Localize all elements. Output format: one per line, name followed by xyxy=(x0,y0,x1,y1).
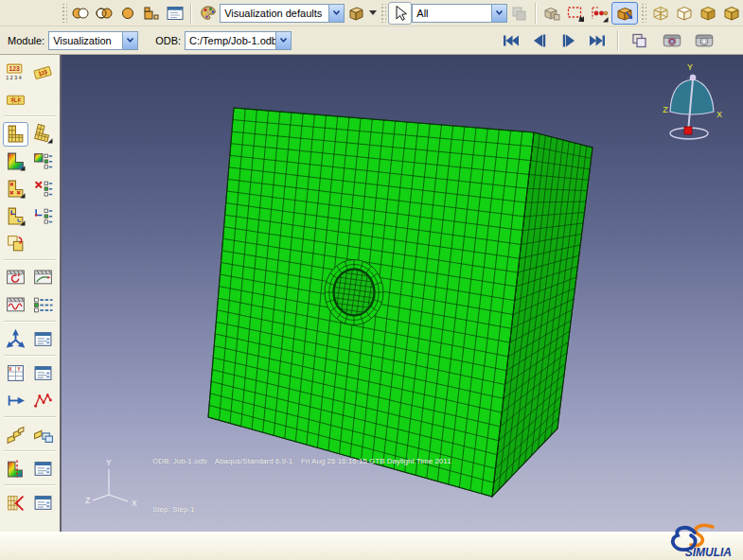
field-output-text: 123 xyxy=(9,65,20,72)
create-xy-data-icon[interactable]: X Y xyxy=(3,361,28,386)
selection-filter-value: All xyxy=(413,8,491,19)
compass-z-label: Z xyxy=(663,105,668,114)
chevron-down-icon[interactable] xyxy=(122,32,137,49)
xy-options-icon[interactable] xyxy=(30,361,56,386)
mesh-hole xyxy=(325,260,383,325)
toolbox-separator xyxy=(4,355,56,357)
view-cut-icon[interactable] xyxy=(3,457,28,481)
compass-y-label: Y xyxy=(687,62,693,72)
solid-circle-icon[interactable] xyxy=(116,2,140,25)
viewport-triad-icon[interactable] xyxy=(3,327,28,352)
xy-curve-options-icon[interactable] xyxy=(30,389,56,413)
toolbar-separator xyxy=(190,3,192,24)
select-cursor-button[interactable] xyxy=(388,2,412,25)
venn-intersect-icon[interactable] xyxy=(93,2,116,25)
next-frame-button[interactable] xyxy=(557,29,580,52)
wireframe-cube-icon[interactable] xyxy=(648,2,672,25)
abaqus-cae-window: Visualization defaults All xyxy=(0,0,743,560)
field-output-tilted-icon[interactable]: 123 xyxy=(30,61,56,85)
chevron-down-icon[interactable] xyxy=(491,5,506,22)
filled-cube-icon[interactable] xyxy=(719,2,743,25)
toolbar-grip[interactable] xyxy=(640,4,646,23)
toolbox-separator xyxy=(4,259,56,261)
selection-filter-select[interactable]: All xyxy=(412,4,507,23)
display-defaults-value: Visualization defaults xyxy=(221,8,327,19)
free-body-cut-icon[interactable] xyxy=(3,491,28,516)
color-code-cube-icon[interactable] xyxy=(345,2,368,25)
point-select-icon[interactable] xyxy=(588,2,611,25)
last-frame-button[interactable] xyxy=(586,29,610,52)
animate-scale-factor-icon[interactable] xyxy=(3,266,28,290)
snapshot-camera-icon[interactable] xyxy=(690,29,718,52)
allow-multiple-plot-states-icon[interactable] xyxy=(3,232,28,256)
symbol-options-icon[interactable] xyxy=(30,177,56,201)
state-block: ODB: Job-1.odb Abaqus/Standard 6.9-1 Fri… xyxy=(152,440,451,532)
contour-options-icon[interactable] xyxy=(30,149,56,174)
first-frame-button[interactable] xyxy=(498,29,522,52)
chevron-down-icon[interactable] xyxy=(328,5,344,22)
hiddenline-cube-icon[interactable] xyxy=(672,2,696,25)
odb-value: C:/Temp/Job-1.odb xyxy=(186,35,275,46)
grayed-blocks-icon xyxy=(507,2,531,25)
module-value: Visualization xyxy=(49,35,122,46)
main-toolbar: Visualization defaults All xyxy=(0,0,743,26)
module-select[interactable]: Visualization xyxy=(48,31,138,50)
display-defaults-select[interactable]: Visualization defaults xyxy=(220,4,344,23)
xy-axis-options-icon[interactable] xyxy=(3,389,28,413)
movie-camera-icon[interactable] xyxy=(658,29,686,52)
toolbox-separator xyxy=(4,450,56,452)
create-path-icon[interactable] xyxy=(3,423,28,447)
triad-z-label: Z xyxy=(85,496,90,505)
view-cut-manager-icon[interactable] xyxy=(30,457,56,481)
status-bar xyxy=(0,532,743,560)
cube-dropdown-caret[interactable] xyxy=(368,3,379,24)
toolbar-grip[interactable] xyxy=(380,4,386,23)
animate-time-history-icon[interactable] xyxy=(30,266,56,290)
odb-select[interactable]: C:/Temp/Job-1.odb xyxy=(185,31,292,50)
previous-frame-button[interactable] xyxy=(527,29,551,52)
field-output-icon[interactable]: 123 1234 xyxy=(3,61,28,85)
plot-deformed-icon[interactable] xyxy=(30,122,56,147)
toolbox-separator xyxy=(4,484,56,486)
free-body-manager-icon[interactable] xyxy=(30,491,56,516)
odb-title-text: ODB: Job-1.odb Abaqus/Standard 6.9-1 Fri… xyxy=(152,457,451,465)
origin-triad: Y Z X xyxy=(84,457,145,514)
triad-x-label: X xyxy=(132,499,137,508)
visualization-toolbox: 123 1234 123 >L< xyxy=(0,55,62,532)
step-text: Step: Step-1 xyxy=(152,505,451,514)
toolbar-grip[interactable] xyxy=(61,4,67,23)
module-label: Module: xyxy=(4,35,48,46)
display-group-blocks-icon[interactable] xyxy=(139,2,163,25)
viewport-canvas[interactable]: Y Z X Y Z X ODB: Job-1.odb Abaqus/Standa… xyxy=(62,55,743,532)
toolbox-separator xyxy=(4,416,56,418)
view-compass[interactable]: Y Z X xyxy=(658,59,726,144)
toolbox-separator xyxy=(4,115,56,117)
plot-contours-icon[interactable] xyxy=(3,149,28,174)
highlight-cube-button[interactable] xyxy=(611,2,639,25)
triad-y-label: Y xyxy=(106,458,112,467)
plot-material-orientation-icon[interactable] xyxy=(3,204,28,229)
odb-label: ODB: xyxy=(151,35,185,46)
animate-harmonic-icon[interactable] xyxy=(3,293,28,318)
context-bar: Module: Visualization ODB: C:/Temp/Job-1… xyxy=(0,26,743,55)
field-output-subtext: 1234 xyxy=(6,75,23,80)
result-ticks-text: >L< xyxy=(10,96,22,103)
chevron-down-icon[interactable] xyxy=(275,32,291,49)
tile-viewports-icon[interactable] xyxy=(627,29,650,52)
plot-undeformed-icon[interactable] xyxy=(3,122,28,147)
orientation-options-icon[interactable] xyxy=(30,204,56,229)
result-ticks-icon[interactable]: >L< xyxy=(3,88,28,113)
plot-symbols-icon[interactable] xyxy=(3,177,28,201)
view-cube-group-icon[interactable] xyxy=(540,2,564,25)
toolbar-spacer xyxy=(0,12,59,13)
animation-options-icon[interactable] xyxy=(30,293,56,318)
shaded-cube-icon[interactable] xyxy=(696,2,719,25)
compass-x-label: X xyxy=(716,110,722,119)
viewport-annotation-options-icon[interactable] xyxy=(30,327,56,352)
path-manager-icon[interactable] xyxy=(30,423,56,447)
drag-select-icon[interactable] xyxy=(564,2,588,25)
color-palette-icon[interactable] xyxy=(196,2,220,25)
toolbox-separator xyxy=(4,321,56,323)
venn-replace-icon[interactable] xyxy=(69,2,93,25)
display-group-manager-icon[interactable] xyxy=(163,2,186,25)
